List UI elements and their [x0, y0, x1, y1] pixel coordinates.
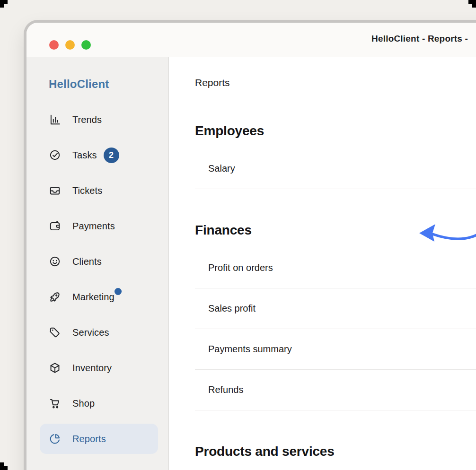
report-row-refunds[interactable]: Refunds [195, 370, 476, 410]
sidebar-item-label: Tasks [72, 150, 97, 161]
window-title: HelloClient - Reports - [371, 34, 468, 44]
sidebar-item-marketing[interactable]: Marketing [40, 282, 158, 312]
report-row-list: Profit on ordersSales profitPayments sum… [195, 248, 476, 410]
screenshot-stage: HelloClient - Reports - HelloClient Tren… [0, 0, 476, 470]
sidebar-item-label: Trends [72, 114, 102, 125]
sidebar-item-shop[interactable]: Shop [40, 388, 158, 418]
report-row-list: Salary [195, 148, 476, 189]
rocket-icon [49, 291, 61, 303]
sidebar-item-label: Reports [72, 434, 106, 444]
bar-chart-icon [49, 113, 61, 126]
report-section: Products and services [195, 444, 476, 460]
tag-icon [49, 326, 61, 339]
sidebar-item-label: Shop [72, 398, 95, 409]
sidebar-item-reports[interactable]: Reports [40, 424, 158, 454]
sidebar-item-label: Payments [72, 221, 115, 232]
crop-mark-bottom-left [0, 462, 8, 470]
section-heading: Employees [195, 123, 476, 139]
tasks-count-badge: 2 [104, 148, 119, 163]
sidebar-item-label: Clients [72, 256, 102, 267]
cube-icon [49, 362, 61, 374]
sidebar-item-inventory[interactable]: Inventory [40, 353, 158, 383]
sidebar-item-services[interactable]: Services [40, 317, 158, 348]
crop-mark-top-right [468, 0, 476, 8]
titlebar: HelloClient - Reports - [26, 23, 476, 57]
sidebar-item-label: Services [72, 327, 109, 338]
wallet-icon [49, 220, 61, 232]
sidebar-item-payments[interactable]: Payments [40, 211, 158, 241]
smiley-icon [49, 255, 61, 268]
report-section: EmployeesSalary [195, 123, 476, 189]
app-logo: HelloClient [26, 78, 168, 91]
traffic-lights [49, 40, 91, 50]
report-row-payments-summary[interactable]: Payments summary [195, 329, 476, 370]
cart-icon [49, 397, 61, 409]
report-row-salary[interactable]: Salary [195, 148, 476, 189]
sidebar-item-tickets[interactable]: Tickets [40, 175, 158, 206]
main-content: Reports EmployeesSalaryFinancesProfit on… [169, 57, 476, 470]
sidebar-item-label: Tickets [72, 185, 102, 196]
sidebar-nav: TrendsTasks2TicketsPaymentsClientsMarket… [26, 104, 168, 454]
minimize-button[interactable] [65, 40, 75, 50]
sidebar-item-clients[interactable]: Clients [40, 246, 158, 277]
close-button[interactable] [49, 40, 59, 50]
inbox-icon [49, 184, 61, 197]
sidebar-item-label: Marketing [72, 292, 115, 303]
sidebar: HelloClient TrendsTasks2TicketsPaymentsC… [26, 57, 169, 470]
zoom-button[interactable] [81, 40, 91, 50]
section-heading: Products and services [195, 444, 476, 460]
pie-chart-icon [49, 433, 61, 445]
report-section: FinancesProfit on ordersSales profitPaym… [195, 222, 476, 410]
sidebar-item-trends[interactable]: Trends [40, 104, 158, 135]
notification-dot [115, 288, 122, 295]
section-heading: Finances [195, 222, 476, 238]
app-window: HelloClient - Reports - HelloClient Tren… [24, 20, 476, 470]
crop-mark-top-left [0, 0, 8, 8]
page-title: Reports [195, 76, 476, 90]
check-circle-icon [49, 149, 61, 161]
sidebar-item-label: Inventory [72, 363, 112, 374]
report-row-sales-profit[interactable]: Sales profit [195, 288, 476, 329]
report-row-profit-on-orders[interactable]: Profit on orders [195, 248, 476, 288]
sidebar-item-tasks[interactable]: Tasks2 [40, 140, 158, 170]
